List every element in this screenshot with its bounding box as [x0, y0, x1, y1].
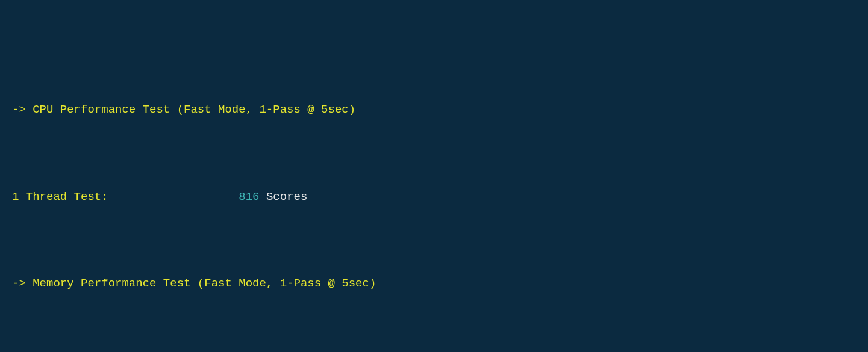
blank-line	[12, 143, 856, 164]
memory-test-header: -> Memory Performance Test (Fast Mode, 1…	[12, 273, 856, 294]
cpu-thread-row: 1 Thread Test: 816 Scores	[12, 186, 856, 208]
blank-line	[12, 316, 856, 338]
cpu-thread-label: 1 Thread Test:	[12, 190, 239, 203]
cpu-thread-unit: Scores	[260, 190, 308, 203]
cpu-thread-value: 816	[239, 190, 259, 203]
cpu-test-header: -> CPU Performance Test (Fast Mode, 1-Pa…	[12, 99, 856, 120]
blank-line	[12, 229, 856, 251]
